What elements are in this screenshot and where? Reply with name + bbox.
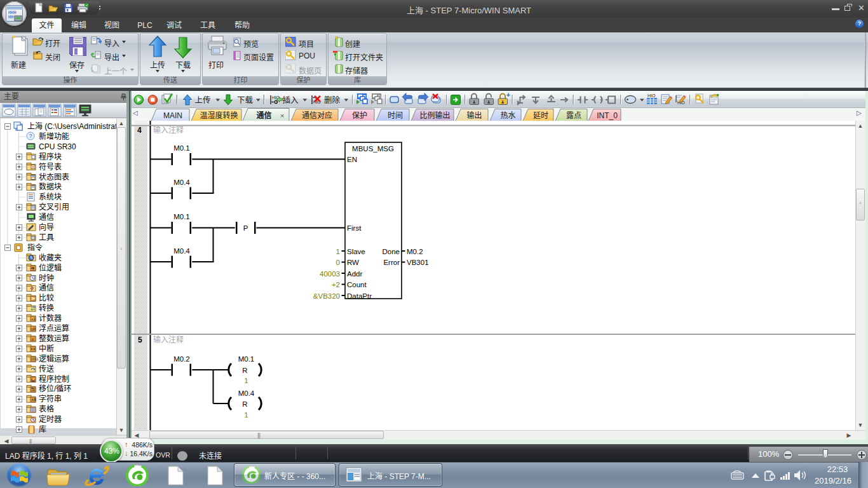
svg-text:M0.1: M0.1 <box>238 355 255 363</box>
svg-text:P: P <box>243 224 248 232</box>
svg-text:HH: HH <box>8 15 13 20</box>
svg-text:下载: 下载 <box>237 96 254 105</box>
svg-text:R: R <box>242 367 247 374</box>
svg-text:比较: 比较 <box>39 293 54 302</box>
svg-text:传送: 传送 <box>39 364 54 374</box>
svg-text:系统块: 系统块 <box>39 193 62 201</box>
svg-text:数据块: 数据块 <box>39 182 62 191</box>
svg-text:M0.2: M0.2 <box>173 355 190 363</box>
svg-text:M0.4: M0.4 <box>173 179 190 186</box>
svg-text:移位/循环: 移位/循环 <box>39 384 71 393</box>
svg-text:延时: 延时 <box>533 111 548 120</box>
svg-text:新增功能: 新增功能 <box>39 132 69 141</box>
svg-text:+1: +1 <box>31 317 36 321</box>
svg-text:通信: 通信 <box>256 111 271 120</box>
svg-text:R: R <box>242 400 247 408</box>
svg-text:+2: +2 <box>332 281 340 288</box>
svg-text:M0.1: M0.1 <box>173 144 190 152</box>
svg-text:状态图表: 状态图表 <box>39 173 69 182</box>
svg-text:通信: 通信 <box>39 283 54 292</box>
svg-text:EN: EN <box>347 156 357 163</box>
svg-text:转换: 转换 <box>39 303 54 313</box>
svg-text:露点: 露点 <box>566 111 581 120</box>
svg-text:Addr: Addr <box>347 270 362 278</box>
svg-text:整数运算: 整数运算 <box>39 334 69 343</box>
svg-text:1011: 1011 <box>31 357 39 361</box>
svg-text:输入注释: 输入注释 <box>153 125 184 135</box>
svg-text:表格: 表格 <box>39 404 54 414</box>
svg-text:1: 1 <box>244 411 248 419</box>
svg-text:CPU SR30: CPU SR30 <box>39 142 76 151</box>
svg-text:中断: 中断 <box>39 344 54 353</box>
svg-text:&VB320: &VB320 <box>313 292 340 300</box>
svg-text:First: First <box>347 224 362 232</box>
svg-text:时钟: 时钟 <box>39 273 54 283</box>
svg-text:通信: 通信 <box>39 213 54 222</box>
svg-text:定时器: 定时器 <box>39 414 62 424</box>
svg-text:交叉引用: 交叉引用 <box>39 202 69 212</box>
svg-text:输入注释: 输入注释 <box>153 335 184 344</box>
svg-text:时间: 时间 <box>388 111 403 120</box>
svg-text:符号表: 符号表 <box>39 162 62 172</box>
svg-text:程序控制: 程序控制 <box>39 374 69 384</box>
svg-text:HIO: HIO <box>648 93 656 98</box>
svg-text:±R: ±R <box>31 327 36 331</box>
svg-text:M0.4: M0.4 <box>173 247 190 255</box>
svg-text:通信对应: 通信对应 <box>302 111 332 120</box>
svg-text:4: 4 <box>137 126 142 135</box>
svg-text:上传: 上传 <box>195 95 211 105</box>
svg-text:计数器: 计数器 <box>39 313 62 323</box>
svg-text:INT_0: INT_0 <box>597 111 618 120</box>
svg-text:M0.4: M0.4 <box>238 390 255 397</box>
svg-text:1: 1 <box>244 377 248 384</box>
svg-text:M0.2: M0.2 <box>407 248 423 255</box>
svg-text:M0.1: M0.1 <box>173 213 190 220</box>
svg-text:×: × <box>280 112 284 119</box>
svg-text:Error: Error <box>383 259 400 266</box>
svg-text:浮点运算: 浮点运算 <box>39 323 69 333</box>
svg-text:温湿度转换: 温湿度转换 <box>200 111 238 120</box>
svg-text:DataPtr: DataPtr <box>347 292 372 300</box>
svg-text:库: 库 <box>39 424 46 434</box>
svg-text:VB301: VB301 <box>407 259 429 266</box>
svg-text:±I: ±I <box>31 337 34 341</box>
svg-text:指令: 指令 <box>27 243 43 252</box>
svg-text:5: 5 <box>138 336 142 344</box>
svg-text:收藏夹: 收藏夹 <box>39 254 62 262</box>
svg-text:Count: Count <box>347 281 367 288</box>
svg-text:插入: 插入 <box>283 96 299 105</box>
svg-text:AB: AB <box>31 398 36 402</box>
svg-text:输出: 输出 <box>466 111 482 120</box>
svg-text:保护: 保护 <box>352 111 367 120</box>
svg-text:?: ? <box>29 133 32 139</box>
svg-text:+: + <box>506 92 510 98</box>
svg-text:MAIN: MAIN <box>163 111 182 120</box>
svg-text:位逻辑: 位逻辑 <box>39 263 62 273</box>
svg-text:工具: 工具 <box>39 233 54 242</box>
svg-text:Slave: Slave <box>347 248 365 255</box>
svg-text:1: 1 <box>336 248 340 255</box>
svg-text:MBUS_MSG: MBUS_MSG <box>352 145 394 152</box>
svg-text:0: 0 <box>336 259 340 266</box>
svg-text:字符串: 字符串 <box>39 394 62 403</box>
svg-text:删除: 删除 <box>324 95 341 105</box>
svg-text:40003: 40003 <box>320 270 340 278</box>
svg-text:热水: 热水 <box>500 111 515 120</box>
svg-text:向导: 向导 <box>39 222 54 232</box>
svg-text:逻辑运算: 逻辑运算 <box>39 354 69 363</box>
svg-text:Done: Done <box>383 248 400 255</box>
svg-text:RW: RW <box>347 259 359 266</box>
svg-text:比例输出: 比例输出 <box>419 111 450 120</box>
svg-text:上海 (C:\Users\Administrator.: 上海 (C:\Users\Administrator. <box>27 121 118 131</box>
svg-text:程序块: 程序块 <box>39 152 62 161</box>
